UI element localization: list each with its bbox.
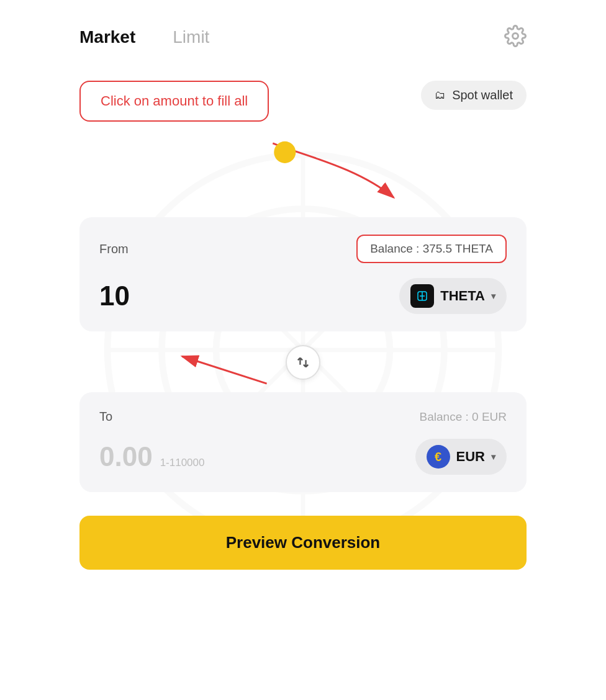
to-card-header: To Balance : 0 EUR xyxy=(99,410,507,424)
from-card-header: From Balance : 375.5 THETA xyxy=(99,235,507,263)
swap-button[interactable] xyxy=(286,345,320,380)
to-card: To Balance : 0 EUR 0.00 1-110000 € EUR ▾ xyxy=(79,392,527,492)
to-label: To xyxy=(99,410,112,424)
from-label: From xyxy=(99,242,129,256)
tabs-group: Market Limit xyxy=(79,27,209,47)
from-amount[interactable]: 10 xyxy=(99,280,130,312)
to-balance: Balance : 0 EUR xyxy=(420,410,507,424)
from-balance[interactable]: Balance : 375.5 THETA xyxy=(356,235,507,263)
to-currency-label: EUR xyxy=(456,449,485,465)
from-currency-label: THETA xyxy=(440,288,485,304)
to-chevron-icon: ▾ xyxy=(491,452,495,462)
from-currency-selector[interactable]: THETA ▾ xyxy=(399,278,507,314)
swap-area xyxy=(73,338,533,387)
wallet-icon: 🗂 xyxy=(435,89,446,102)
tabs-bar: Market Limit xyxy=(73,25,533,50)
from-card-body: 10 THETA ▾ xyxy=(99,278,507,314)
annotation-area: Click on amount to fill all 🗂 Spot walle… xyxy=(73,81,533,155)
from-chevron-icon: ▾ xyxy=(491,291,495,301)
to-amount[interactable]: 0.00 xyxy=(99,441,153,472)
click-hint-box: Click on amount to fill all xyxy=(79,81,269,122)
to-card-body: 0.00 1-110000 € EUR ▾ xyxy=(99,439,507,475)
spot-wallet-label: Spot wallet xyxy=(452,88,513,102)
to-amount-group: 0.00 1-110000 xyxy=(99,441,204,472)
settings-icon[interactable] xyxy=(504,25,527,50)
range-hint: 1-110000 xyxy=(160,457,205,469)
to-currency-selector[interactable]: € EUR ▾ xyxy=(415,439,507,475)
svg-point-5 xyxy=(513,34,518,39)
tab-limit[interactable]: Limit xyxy=(173,27,209,47)
spot-wallet-button[interactable]: 🗂 Spot wallet xyxy=(421,81,527,110)
tab-market[interactable]: Market xyxy=(79,27,135,47)
main-container: Market Limit Click on amount to fill all… xyxy=(61,0,545,595)
eur-icon: € xyxy=(427,445,450,469)
preview-conversion-button[interactable]: Preview Conversion xyxy=(79,516,527,570)
theta-icon xyxy=(410,284,434,308)
from-card: From Balance : 375.5 THETA 10 THETA xyxy=(79,217,527,331)
